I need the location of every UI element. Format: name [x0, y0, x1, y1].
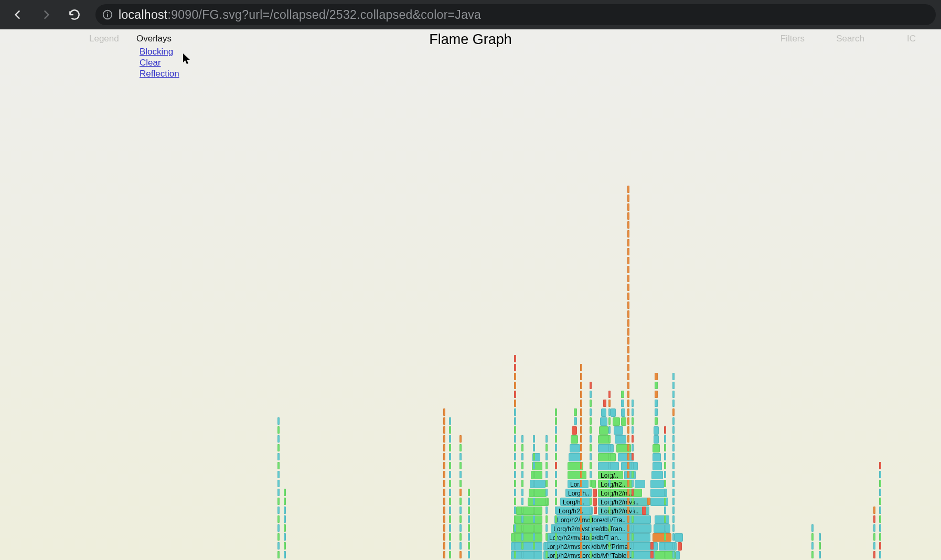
frame[interactable] — [879, 471, 881, 478]
ic-link[interactable]: IC — [907, 34, 916, 44]
frame[interactable] — [443, 471, 445, 478]
frame[interactable]: Lorg/h2/m.. — [598, 489, 642, 497]
frame[interactable] — [627, 533, 629, 541]
frame[interactable] — [627, 248, 629, 255]
frame[interactable] — [608, 417, 611, 425]
frame[interactable] — [555, 524, 557, 532]
frame[interactable] — [675, 533, 683, 542]
frame[interactable] — [590, 462, 592, 469]
frame[interactable] — [879, 524, 881, 532]
frame[interactable] — [664, 489, 666, 496]
frame[interactable] — [632, 426, 634, 434]
frame[interactable] — [521, 498, 523, 505]
frame[interactable] — [521, 453, 523, 460]
frame[interactable] — [653, 462, 662, 470]
frame[interactable] — [533, 498, 535, 505]
frame[interactable] — [632, 533, 634, 541]
frame[interactable] — [627, 319, 629, 327]
frame[interactable] — [879, 542, 881, 550]
frame[interactable] — [672, 417, 675, 425]
frame[interactable] — [879, 480, 881, 487]
frame[interactable] — [284, 507, 286, 514]
frame[interactable] — [873, 507, 875, 514]
frame[interactable] — [593, 498, 597, 506]
frame[interactable] — [655, 391, 658, 398]
frame[interactable] — [459, 515, 462, 523]
frame[interactable] — [555, 507, 557, 514]
frame[interactable] — [655, 408, 658, 416]
frame[interactable] — [590, 480, 592, 487]
frame[interactable] — [590, 507, 592, 514]
frame[interactable] — [514, 373, 516, 380]
frame[interactable] — [664, 524, 666, 532]
frame[interactable] — [611, 408, 616, 417]
frame[interactable] — [574, 417, 577, 425]
reload-button[interactable] — [62, 2, 87, 27]
frame[interactable] — [277, 524, 280, 532]
frame[interactable] — [632, 480, 634, 487]
frame[interactable] — [555, 515, 557, 523]
frame[interactable] — [635, 480, 645, 488]
frame[interactable] — [642, 507, 646, 515]
frame[interactable] — [592, 480, 596, 488]
frame[interactable] — [580, 408, 582, 416]
frame[interactable] — [627, 221, 629, 229]
frame[interactable] — [672, 507, 675, 514]
frame[interactable] — [449, 435, 451, 443]
frame[interactable] — [459, 462, 462, 469]
frame[interactable] — [514, 498, 516, 505]
frame[interactable] — [627, 489, 629, 496]
frame[interactable] — [580, 480, 582, 487]
frame[interactable] — [443, 426, 445, 434]
frame[interactable] — [608, 408, 611, 416]
frame[interactable] — [632, 453, 634, 460]
frame[interactable] — [514, 507, 516, 514]
frame[interactable] — [572, 426, 577, 435]
frame[interactable] — [514, 364, 516, 371]
frame[interactable] — [672, 524, 675, 532]
frame[interactable] — [672, 498, 675, 505]
frame[interactable] — [580, 524, 582, 532]
frame[interactable] — [277, 551, 280, 558]
frame[interactable] — [555, 453, 557, 460]
frame[interactable] — [533, 453, 535, 460]
frame[interactable] — [546, 489, 548, 496]
frame[interactable] — [599, 426, 608, 435]
frame[interactable] — [632, 471, 634, 478]
frame[interactable] — [627, 301, 629, 309]
frame[interactable] — [873, 542, 875, 550]
frame[interactable] — [608, 400, 611, 407]
frame[interactable] — [608, 524, 611, 532]
frame[interactable] — [879, 533, 881, 541]
frame[interactable] — [546, 435, 548, 443]
frame[interactable] — [521, 489, 523, 496]
frame[interactable] — [627, 186, 629, 193]
frame[interactable] — [672, 453, 675, 460]
frame[interactable] — [521, 471, 523, 478]
frame[interactable] — [664, 551, 666, 558]
frame[interactable] — [615, 435, 626, 444]
frame[interactable] — [580, 489, 582, 496]
frame[interactable] — [655, 382, 658, 389]
legend-link[interactable]: Legend — [89, 34, 119, 44]
frame[interactable] — [608, 391, 611, 398]
frame[interactable] — [443, 462, 445, 469]
frame[interactable] — [672, 373, 675, 380]
frame[interactable] — [672, 533, 675, 541]
frame[interactable] — [650, 542, 654, 550]
frame[interactable] — [672, 462, 675, 469]
frame[interactable] — [514, 435, 516, 443]
frame[interactable] — [672, 471, 675, 478]
frame[interactable] — [284, 533, 286, 541]
frame[interactable] — [514, 480, 516, 487]
frame[interactable]: Lor.. — [568, 480, 589, 488]
frame[interactable] — [521, 480, 523, 487]
frame[interactable] — [555, 480, 557, 487]
frame[interactable] — [277, 507, 280, 514]
frame[interactable]: Lorg/h2.. — [556, 507, 593, 515]
frame[interactable] — [533, 435, 535, 443]
frame[interactable] — [632, 515, 634, 523]
frame[interactable] — [449, 524, 451, 532]
frame[interactable] — [613, 417, 620, 426]
frame[interactable] — [654, 435, 659, 444]
